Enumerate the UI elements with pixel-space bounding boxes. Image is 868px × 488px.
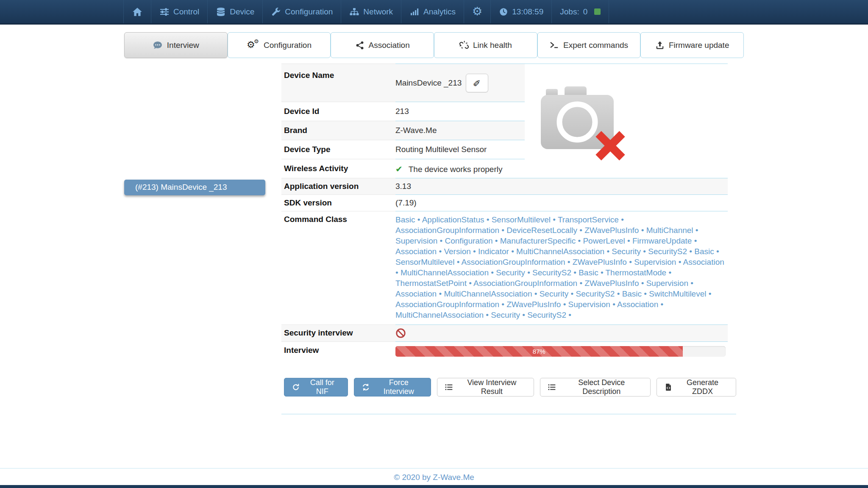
gear-icon: ⚙	[472, 6, 482, 17]
command-class-link[interactable]: ZWavePlusInfo	[506, 300, 561, 309]
device-type-label: Device Type	[281, 140, 395, 159]
command-class-link[interactable]: Indicator	[478, 247, 509, 256]
command-class-link[interactable]: Association	[617, 300, 658, 309]
footer-divider	[0, 468, 868, 469]
tab-expert-commands[interactable]: Expert commands	[537, 32, 641, 58]
zway-expert-ui: Control Device Configuration Network Ana	[0, 0, 868, 488]
command-class-link[interactable]: Basic	[395, 215, 415, 224]
table-row: Device Type Routing Multilevel Sensor	[281, 140, 525, 159]
command-class-link[interactable]: SwitchMultilevel	[649, 289, 706, 298]
command-class-link[interactable]: ManufacturerSpecific	[500, 236, 576, 245]
call-for-nif-button[interactable]: Call for NIF	[284, 378, 348, 396]
command-class-link[interactable]: Basic	[622, 289, 642, 298]
command-class-link[interactable]: Association	[395, 247, 437, 256]
command-class-separator: •	[610, 300, 617, 309]
command-class-link[interactable]: Security	[540, 289, 569, 298]
command-class-link[interactable]: AssociationGroupInformation	[473, 279, 577, 288]
command-class-separator: •	[687, 247, 694, 256]
command-class-link[interactable]: DeviceResetLocally	[506, 226, 577, 235]
nav-label: Control	[173, 7, 199, 17]
nav-clock[interactable]: 13:08:59	[491, 0, 552, 23]
command-class-link[interactable]: Supervision	[395, 236, 437, 245]
navbar-spacer	[0, 0, 124, 23]
command-class-link[interactable]: ZWavePlusInfo	[584, 279, 639, 288]
sliders-icon	[159, 7, 170, 17]
select-device-description-button[interactable]: Select Device Description	[540, 378, 651, 396]
command-class-separator: •	[520, 311, 527, 319]
wrench-icon	[271, 7, 281, 17]
tab-configuration[interactable]: ⚙⚙ Configuration	[228, 32, 331, 58]
tab-label: Link health	[473, 41, 512, 50]
content-divider	[281, 414, 736, 414]
command-class-link[interactable]: ThermostatMode	[606, 268, 667, 277]
broken-image-icon	[538, 83, 629, 164]
tab-interview[interactable]: Interview	[124, 32, 228, 58]
command-class-link[interactable]: SecurityS2	[576, 289, 615, 298]
top-navbar: Control Device Configuration Network Ana	[0, 0, 868, 25]
tab-link-health[interactable]: Link health	[434, 32, 537, 58]
command-class-separator: •	[666, 268, 671, 277]
command-class-separator: •	[615, 289, 622, 298]
command-class-separator: •	[658, 300, 663, 309]
command-class-link[interactable]: ZWavePlusInfo	[584, 226, 639, 235]
interview-progress-track: 87%	[395, 346, 726, 357]
command-class-separator: •	[714, 247, 719, 256]
command-class-link[interactable]: ThermostatSetPoint	[395, 279, 467, 288]
command-class-link[interactable]: Basic	[694, 247, 714, 256]
pencil-icon: ✎	[472, 79, 483, 86]
tab-firmware-update[interactable]: Firmware update	[640, 32, 744, 58]
nav-device[interactable]: Device	[208, 0, 263, 23]
command-class-link[interactable]: Supervision	[634, 258, 676, 266]
nav-network[interactable]: Network	[341, 0, 401, 23]
command-class-separator: •	[532, 289, 539, 298]
command-class-link[interactable]: SecurityS2	[648, 247, 687, 256]
tab-label: Expert commands	[563, 41, 628, 50]
command-class-link[interactable]: FirmwareUpdate	[632, 236, 692, 245]
command-class-link[interactable]: AssociationGroupInformation	[395, 300, 499, 309]
nav-settings[interactable]: ⚙	[464, 0, 491, 23]
device-id-value: 213	[395, 102, 525, 121]
command-class-link[interactable]: SensorMultilevel	[395, 258, 454, 266]
nav-analytics[interactable]: Analytics	[401, 0, 464, 23]
command-class-link[interactable]: MultiChannelAssociation	[444, 289, 532, 298]
device-list-item-selected[interactable]: (#213) MainsDevice _213	[124, 180, 265, 195]
command-class-link[interactable]: Security	[491, 311, 520, 319]
ban-icon	[395, 328, 406, 338]
command-class-link[interactable]: Security	[496, 268, 525, 277]
nav-control[interactable]: Control	[151, 0, 208, 23]
command-class-link[interactable]: MultiChannelAssociation	[516, 247, 604, 256]
command-class-separator: •	[525, 268, 532, 277]
generate-zddx-button[interactable]: Generate ZDDX	[657, 378, 736, 396]
tab-label: Configuration	[264, 41, 312, 50]
command-class-link[interactable]: Association	[395, 289, 437, 298]
command-class-link[interactable]: AssociationGroupInformation	[395, 226, 499, 235]
command-class-link[interactable]: Association	[683, 258, 724, 266]
command-class-link[interactable]: SensorMultilevel	[492, 215, 551, 224]
command-class-link[interactable]: Supervision	[568, 300, 610, 309]
command-class-link[interactable]: MultiChannelAssociation	[395, 311, 484, 319]
command-class-link[interactable]: MultiChannelAssociation	[401, 268, 489, 277]
command-class-link[interactable]: SecurityS2	[532, 268, 571, 277]
command-class-link[interactable]: TransportService	[558, 215, 619, 224]
command-class-link[interactable]: Supervision	[646, 279, 688, 288]
command-class-link[interactable]: Basic	[579, 268, 598, 277]
command-class-link[interactable]: ApplicationStatus	[422, 215, 484, 224]
table-row: Device Name MainsDevice _213 ✎	[281, 64, 525, 102]
command-class-separator: •	[484, 215, 491, 224]
nav-jobs[interactable]: Jobs: 0	[552, 0, 609, 23]
nav-configuration[interactable]: Configuration	[263, 0, 341, 23]
force-interview-button[interactable]: Force Interview	[354, 378, 431, 396]
device-summary-table: Device Name MainsDevice _213 ✎ Device Id…	[281, 64, 525, 178]
command-class-link[interactable]: Configuration	[445, 236, 493, 245]
command-class-link[interactable]: AssociationGroupInformation	[462, 258, 565, 266]
command-class-link[interactable]: Version	[444, 247, 470, 256]
view-interview-result-button[interactable]: View Interview Result	[437, 378, 534, 396]
command-class-link[interactable]: PowerLevel	[583, 236, 625, 245]
command-class-link[interactable]: SecurityS2	[527, 311, 566, 319]
command-class-link[interactable]: Security	[612, 247, 641, 256]
edit-device-name-button[interactable]: ✎	[466, 74, 488, 92]
tab-association[interactable]: Association	[331, 32, 434, 58]
command-class-link[interactable]: ZWavePlusInfo	[573, 258, 627, 266]
command-class-link[interactable]: MultiChannel	[646, 226, 693, 235]
nav-home[interactable]	[124, 0, 151, 23]
